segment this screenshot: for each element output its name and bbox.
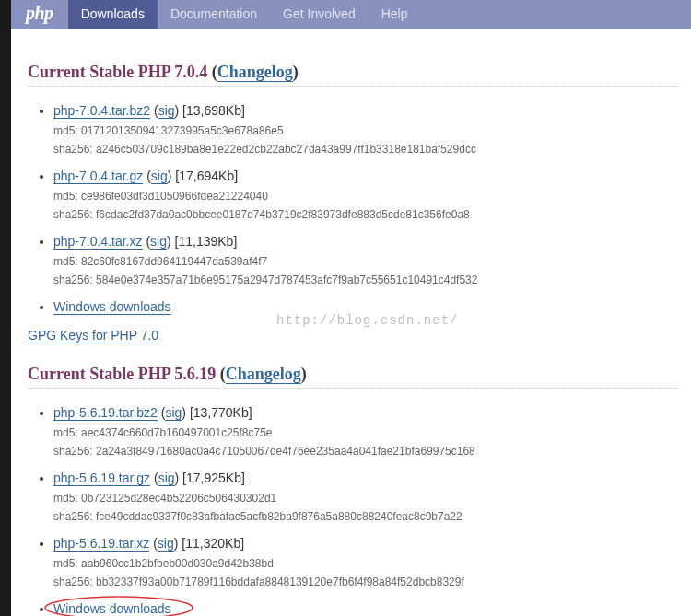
windows-downloads-item: Windows downloads (53, 599, 680, 616)
nav-downloads[interactable]: Downloads (68, 0, 158, 29)
md5-line: md5: 82c60fc8167dd964119447da539af4f7 (53, 253, 680, 270)
md5-line: md5: aab960cc1b2bfbeb00d030a9d42b38bd (53, 555, 680, 572)
gpg-keys-link[interactable]: GPG Keys for PHP 7.0 (28, 328, 158, 343)
download-file-link[interactable]: php-7.0.4.tar.bz2 (53, 103, 150, 119)
release-item: php-7.0.4.tar.bz2 (sig) [13,698Kb]md5: 0… (53, 101, 680, 157)
sig-link[interactable]: sig (165, 405, 182, 421)
sig-link[interactable]: sig (158, 536, 174, 552)
download-file-link[interactable]: php-7.0.4.tar.xz (53, 234, 143, 250)
section-heading: Current Stable PHP 7.0.4 (Changelog) (28, 63, 680, 87)
md5-line: md5: 0b723125d28ec4b52206c506430302d1 (53, 490, 680, 506)
download-file-link[interactable]: php-7.0.4.tar.gz (53, 169, 143, 184)
nav-documentation[interactable]: Documentation (158, 0, 270, 29)
sig-link[interactable]: sig (158, 471, 175, 486)
annotation-circle: Windows downloads (53, 599, 171, 616)
file-size: [13,770Kb] (190, 405, 252, 420)
release-item: php-5.6.19.tar.gz (sig) [17,925Kb]md5: 0… (53, 469, 680, 525)
file-size: [13,698Kb] (182, 103, 245, 118)
release-item: php-7.0.4.tar.gz (sig) [17,694Kb]md5: ce… (53, 167, 680, 223)
sha256-line: sha256: fce49cddac9337f0c83afbafac5acfb8… (53, 508, 680, 525)
section-heading: Current Stable PHP 5.6.19 (Changelog) (28, 365, 680, 389)
sig-link[interactable]: sig (150, 234, 167, 250)
sha256-line: sha256: f6cdac2fd37da0ac0bbcee0187d74b37… (53, 206, 680, 223)
sha256-line: sha256: bb32337f93a00b71789f116bddafa884… (53, 574, 680, 590)
windows-downloads-link[interactable]: Windows downloads (53, 601, 171, 616)
sha256-line: sha256: a246c503709c189ba8e1e22ed2cb22ab… (53, 141, 680, 157)
nav-get-involved[interactable]: Get Involved (270, 0, 369, 29)
release-item: php-5.6.19.tar.bz2 (sig) [13,770Kb]md5: … (53, 403, 680, 459)
md5-line: md5: 01712013509413273995a5c3e678a86e5 (53, 122, 680, 139)
windows-downloads-link[interactable]: Windows downloads (53, 299, 171, 315)
gpg-keys: GPG Keys for PHP 7.0 (28, 328, 680, 343)
nav-items: DownloadsDocumentationGet InvolvedHelp (68, 0, 421, 29)
windows-downloads-item: Windows downloads (53, 297, 680, 317)
file-size: [11,320Kb] (182, 536, 244, 551)
release-item: php-5.6.19.tar.xz (sig) [11,320Kb]md5: a… (53, 534, 680, 590)
file-size: [17,694Kb] (175, 169, 238, 183)
sha256-line: sha256: 2a24a3f84971680ac0a4c71050067de4… (53, 443, 680, 459)
changelog-link[interactable]: Changelog (217, 63, 293, 82)
download-file-link[interactable]: php-5.6.19.tar.bz2 (53, 405, 158, 421)
nav-help[interactable]: Help (369, 0, 421, 29)
navbar: php DownloadsDocumentationGet InvolvedHe… (0, 0, 691, 29)
download-file-link[interactable]: php-5.6.19.tar.gz (53, 471, 150, 486)
md5-line: md5: ce986fe03df3d1050966fdea21224040 (53, 188, 680, 204)
logo[interactable]: php (18, 0, 68, 29)
sig-link[interactable]: sig (158, 103, 175, 119)
left-strip (0, 0, 11, 616)
release-list: php-5.6.19.tar.bz2 (sig) [13,770Kb]md5: … (53, 403, 680, 616)
download-file-link[interactable]: php-5.6.19.tar.xz (53, 536, 149, 552)
page-content: Current Stable PHP 7.0.4 (Changelog)php-… (0, 29, 691, 616)
sig-link[interactable]: sig (151, 169, 168, 184)
release-list: php-7.0.4.tar.bz2 (sig) [13,698Kb]md5: 0… (53, 101, 680, 317)
release-item: php-7.0.4.tar.xz (sig) [11,139Kb]md5: 82… (53, 232, 680, 288)
sha256-line: sha256: 584e0e374e357a71b6e95175a2947d78… (53, 272, 680, 288)
file-size: [17,925Kb] (182, 471, 245, 485)
file-size: [11,139Kb] (175, 234, 238, 249)
md5-line: md5: aec4374c660d7b160497001c25f8c75e (53, 424, 680, 441)
changelog-link[interactable]: Changelog (226, 365, 301, 384)
